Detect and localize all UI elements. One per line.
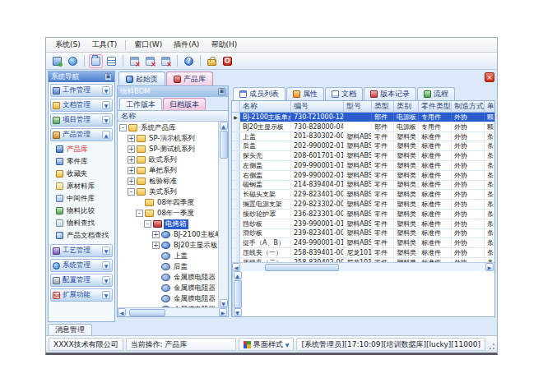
column-header-类别[interactable]: 类别 <box>394 101 419 112</box>
tree-column-header[interactable]: 名称 <box>118 111 228 122</box>
sidebar-group-工作管理[interactable]: 工作管理▼ <box>50 84 113 97</box>
sidebar-group-工艺管理[interactable]: 工艺管理▼ <box>50 244 113 257</box>
sidebar-pin-button[interactable]: ▣ <box>104 73 112 81</box>
column-header-类型[interactable]: 类型 <box>372 101 394 112</box>
collapse-icon[interactable]: - <box>119 124 127 131</box>
menu-item[interactable]: 窗口(W) <box>128 38 168 52</box>
table-horizontal-scrollbar[interactable]: ◀ ▶ <box>232 262 494 271</box>
column-header-制造方式[interactable]: 制造方式 <box>452 101 485 112</box>
tree-node-金属膜电阻器[interactable]: 金属膜电阻器 <box>118 272 218 283</box>
sidebar-item-物料比较[interactable]: 物料比较 <box>50 205 113 217</box>
chevron-down-icon[interactable]: ▼ <box>102 86 110 95</box>
table-row[interactable]: ▶BJ-2100主板单点730-T21000-12E部件电源板专用件外协颗 <box>232 113 494 122</box>
tree-node-单把系列[interactable]: +单把系列 <box>118 165 218 176</box>
column-header-型号[interactable]: 型号 <box>344 101 372 112</box>
scroll-up-icon[interactable]: ▲ <box>220 122 228 130</box>
close-window-2-button[interactable] <box>143 54 157 68</box>
chevron-up-icon[interactable]: ▲ <box>102 131 110 139</box>
tree-horizontal-scrollbar[interactable]: ◀ ▶ <box>118 307 228 316</box>
collapse-icon[interactable]: - <box>136 210 143 217</box>
collapse-icon[interactable]: - <box>144 220 151 228</box>
lock-button[interactable] <box>205 54 219 68</box>
tree-node-SP-演示机系列[interactable]: +SP-演示机系列 <box>118 133 218 144</box>
tree-node-电烤箱[interactable]: -电烤箱 <box>118 219 218 229</box>
sidebar-item-收藏夹[interactable]: 收藏夹 <box>50 168 113 180</box>
chevron-down-icon[interactable]: ▼ <box>102 276 110 284</box>
ui-style-selector[interactable]: 界面样式 ▼ <box>239 338 295 351</box>
table-row[interactable]: 压线夹（一）258-839401-00E尼龙1010零件塑料类标准件外协条 <box>232 248 494 258</box>
exit-button[interactable]: O <box>220 54 234 68</box>
tree-node-上盖[interactable]: 上盖 <box>118 251 218 261</box>
close-window-1-button[interactable] <box>128 54 142 68</box>
chevron-down-icon[interactable]: ▼ <box>102 101 110 109</box>
tab-message-manager[interactable]: 消息管理 <box>48 324 92 335</box>
tree-node-BJ20主显示板[interactable]: +BJ20主显示板 <box>118 240 218 251</box>
sidebar-item-产品库[interactable]: 产品库 <box>50 143 113 155</box>
resize-grip[interactable] <box>488 339 494 350</box>
tree-hscroll-thumb[interactable] <box>129 309 165 316</box>
column-header-单位[interactable]: 单位 <box>485 101 494 112</box>
scroll-down-icon[interactable]: ▼ <box>234 308 242 316</box>
collapse-icon[interactable]: - <box>128 188 135 196</box>
doc-tab-起始页[interactable]: 起始页 <box>118 71 165 85</box>
table-row[interactable]: 长磁头支架229-823401-00E塑料ABS零件塑料类标准件外协条 <box>232 190 494 200</box>
scroll-left-icon[interactable]: ◀ <box>232 263 240 271</box>
table-row[interactable]: 上盖201-830302-00E塑料ABS零件塑料类标准件外协条 <box>232 132 494 142</box>
expand-icon[interactable]: + <box>128 156 135 164</box>
menu-item[interactable]: 插件(A) <box>168 38 205 52</box>
table-row[interactable]: 右侧盖209-990002-01E塑料ABS零件塑料类标准件外协条 <box>232 171 494 181</box>
chevron-down-icon[interactable]: ▼ <box>102 261 110 270</box>
table-row[interactable]: 探头壳208-601701-01E塑料ABS零件塑料类标准件外协条 <box>232 151 494 161</box>
sidebar-item-中间件库[interactable]: 中间件库 <box>50 192 113 205</box>
sidebar-group-项目管理[interactable]: 项目管理▼ <box>50 113 113 127</box>
table-row[interactable]: 左侧盖209-990001-01E塑料ABS零件塑料类标准件外协条 <box>232 161 494 171</box>
table-row[interactable]: 磁钢盖214-839404-01E塑料ABS零件塑料类标准件外协条 <box>232 181 494 191</box>
scroll-up-icon[interactable]: ▲ <box>234 271 242 279</box>
detail-tab-流程[interactable]: 流程 <box>417 87 455 100</box>
bom-tree-pin-button[interactable]: ▣ <box>218 88 225 95</box>
monitor-button[interactable] <box>50 54 64 68</box>
column-header-零件类型[interactable]: 零件类型 <box>419 101 452 112</box>
menu-item[interactable]: 系统(S) <box>49 38 86 52</box>
expand-icon[interactable]: + <box>128 145 135 153</box>
sidebar-group-扩展功能[interactable]: SP扩展功能▼ <box>50 288 113 302</box>
tree-scroll-thumb[interactable] <box>220 131 228 159</box>
close-tab-icon[interactable]: × <box>485 72 494 82</box>
tree-node-欧式系列[interactable]: +欧式系列 <box>118 154 218 165</box>
expand-icon[interactable]: + <box>152 231 160 238</box>
tree-node-金属膜电阻器[interactable]: 金属膜电阻器 <box>118 293 218 304</box>
sidebar-group-文档管理[interactable]: 文档管理▼ <box>50 99 113 112</box>
table-row[interactable]: 搁置电源支架229-823302-00E塑料ABS零件塑料类标准件外协条 <box>232 200 494 210</box>
table-row[interactable]: BJ20主显示板730-828000-04E部件电源板专用件外协颗 <box>232 122 494 132</box>
doc-tab-产品库[interactable]: 产品库 <box>166 71 213 85</box>
tree-node-系统产品库[interactable]: -系统产品库 <box>118 122 218 133</box>
column-header-名称[interactable]: 名称 <box>240 101 291 112</box>
expand-icon[interactable]: + <box>128 178 135 185</box>
sidebar-group-系统管理[interactable]: 系统管理▼ <box>50 259 113 272</box>
scroll-right-icon[interactable]: ▶ <box>485 263 494 271</box>
tree-node-后盖[interactable]: 后盖 <box>118 261 218 272</box>
column-header-编号[interactable]: 编号 <box>291 101 344 112</box>
version-tab-归档版本[interactable]: 归档版本 <box>163 98 206 110</box>
scroll-left-icon[interactable]: ◀ <box>118 308 126 316</box>
chevron-down-icon[interactable]: ▼ <box>102 116 110 124</box>
detail-tab-文档[interactable]: 文档 <box>325 87 363 100</box>
tree-node-金属膜电阻器[interactable]: 金属膜电阻器 <box>118 283 218 293</box>
detail-tab-成员列表[interactable]: 成员列表 <box>233 87 285 100</box>
window-grid-button[interactable] <box>104 54 118 68</box>
detail-tab-属性[interactable]: 属性 <box>286 87 324 100</box>
scroll-right-icon[interactable]: ▶ <box>219 308 227 316</box>
table-row[interactable]: 滑纱板239-823401-00E塑料ABS零件塑料类标准件外协条 <box>232 229 494 239</box>
table-vertical-scrollbar[interactable]: ▲ ▼ <box>232 271 242 316</box>
menu-item[interactable]: 工具(T) <box>86 38 123 52</box>
sidebar-item-原材料库[interactable]: 原材料库 <box>50 180 113 192</box>
help-button[interactable]: ? <box>182 54 196 68</box>
tree-node-美式系列[interactable]: -美式系列 <box>118 187 218 197</box>
tree-node-检验标准[interactable]: +检验标准 <box>118 176 218 187</box>
chevron-down-icon[interactable]: ▼ <box>102 247 110 255</box>
menu-item[interactable]: 帮助(H) <box>205 38 243 52</box>
tree-vertical-scrollbar[interactable]: ▲ ▼ <box>218 122 228 307</box>
open-folder-button[interactable] <box>89 54 103 68</box>
sidebar-item-零件库[interactable]: 零件库 <box>50 155 113 168</box>
globe-button[interactable] <box>66 54 80 68</box>
